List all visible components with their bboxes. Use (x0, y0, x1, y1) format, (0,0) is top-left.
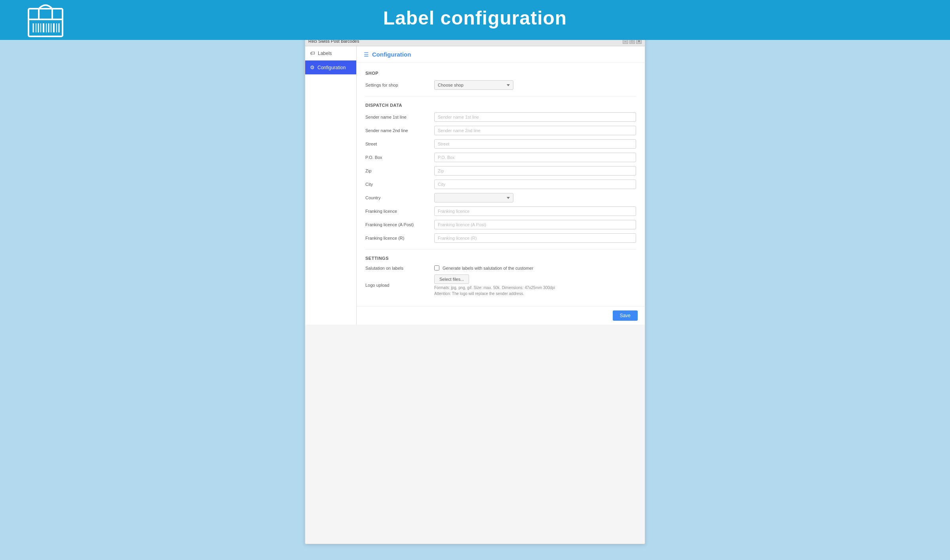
sidebar-item-configuration-label: Configuration (317, 65, 346, 70)
sidebar-item-labels[interactable]: 🏷 Labels (305, 46, 356, 61)
sidebar-item-labels-label: Labels (318, 51, 332, 56)
salutation-checkbox-label: Generate labels with salutation of the c… (443, 266, 533, 271)
shop-divider (365, 96, 636, 96)
settings-section-title: SETTINGS (365, 256, 636, 261)
sidebar: 🏷 Labels ⚙ Configuration (305, 46, 357, 325)
window-body: 🏷 Labels ⚙ Configuration ☰ Configuration (305, 46, 645, 325)
po-box-label: P.O. Box (365, 155, 429, 160)
salutation-checkbox-row: Generate labels with salutation of the c… (434, 265, 533, 271)
sender-name-2-label: Sender name 2nd line (365, 128, 429, 133)
app-window: Reci Swiss Post Barcodes – □ ✕ 🏷 Labels … (305, 36, 645, 544)
country-row: Country (365, 193, 636, 202)
app-logo (24, 0, 67, 43)
main-content: ☰ Configuration SHOP Settings for shop C… (357, 46, 645, 325)
franking-licence-input[interactable] (434, 206, 636, 216)
upload-hint-line2: Attention: The logo will replace the sen… (434, 291, 555, 296)
country-label: Country (365, 195, 429, 200)
shop-section-title: SHOP (365, 71, 636, 76)
page-title: Label configuration (383, 7, 567, 29)
franking-licence-label: Franking licence (365, 209, 429, 214)
save-button[interactable]: Save (613, 310, 638, 321)
salutation-row: Salutation on labels Generate labels wit… (365, 265, 636, 271)
dispatch-data-section-title: DISPATCH DATA (365, 103, 636, 108)
franking-licence-r-label: Franking licence (R) (365, 236, 429, 240)
logo-upload-label: Logo upload (365, 283, 429, 288)
logo-upload-row: Logo upload Select files... Formats: jpg… (365, 274, 636, 296)
city-input[interactable] (434, 180, 636, 189)
logo-upload-area: Select files... Formats: jpg, png, gif. … (434, 274, 555, 296)
content-header-title: Configuration (372, 51, 411, 58)
choose-shop-select[interactable]: Choose shop (434, 80, 513, 90)
background-lower: Reci Swiss Post Barcodes – □ ✕ 🏷 Labels … (0, 40, 950, 560)
label-icon: 🏷 (310, 50, 315, 56)
street-label: Street (365, 142, 429, 146)
street-input[interactable] (434, 139, 636, 149)
dispatch-divider (365, 249, 636, 250)
franking-licence-row: Franking licence (365, 206, 636, 216)
content-header: ☰ Configuration (357, 46, 645, 63)
po-box-row: P.O. Box (365, 153, 636, 162)
zip-input[interactable] (434, 166, 636, 176)
salutation-checkbox[interactable] (434, 265, 439, 271)
header-area: Label configuration (0, 0, 950, 40)
sender-name-1-label: Sender name 1st line (365, 115, 429, 119)
zip-row: Zip (365, 166, 636, 176)
select-files-button[interactable]: Select files... (434, 274, 469, 284)
sidebar-item-configuration[interactable]: ⚙ Configuration (305, 61, 356, 75)
upload-hint-line1: Formats: jpg, png, gif. Size: max. 50k. … (434, 286, 555, 290)
city-row: City (365, 180, 636, 189)
franking-licence-apost-row: Franking licence (A Post) (365, 220, 636, 229)
country-select[interactable] (434, 193, 513, 202)
franking-licence-apost-label: Franking licence (A Post) (365, 222, 429, 227)
franking-licence-r-input[interactable] (434, 233, 636, 243)
settings-for-shop-label: Settings for shop (365, 83, 429, 87)
menu-icon: ☰ (364, 51, 369, 58)
franking-licence-r-row: Franking licence (R) (365, 233, 636, 243)
zip-label: Zip (365, 168, 429, 173)
street-row: Street (365, 139, 636, 149)
sender-name-2-input[interactable] (434, 126, 636, 135)
city-label: City (365, 182, 429, 187)
gear-icon: ⚙ (310, 64, 315, 70)
sender-name-1-input[interactable] (434, 112, 636, 122)
sender-name-1-row: Sender name 1st line (365, 112, 636, 122)
sender-name-2-row: Sender name 2nd line (365, 126, 636, 135)
footer-bar: Save (357, 306, 645, 325)
settings-for-shop-row: Settings for shop Choose shop (365, 80, 636, 90)
content-body: SHOP Settings for shop Choose shop DISPA… (357, 63, 645, 306)
po-box-input[interactable] (434, 153, 636, 162)
franking-licence-apost-input[interactable] (434, 220, 636, 229)
salutation-label: Salutation on labels (365, 266, 429, 271)
